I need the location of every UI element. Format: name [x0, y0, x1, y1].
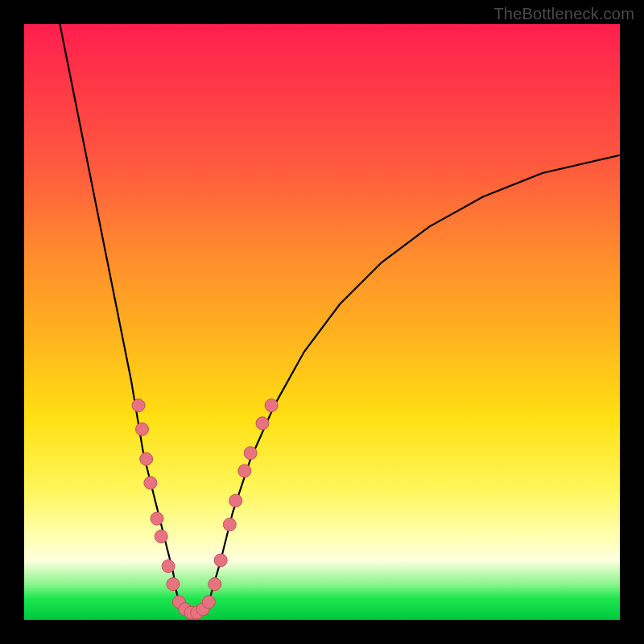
data-marker	[136, 423, 149, 436]
data-marker	[144, 477, 157, 489]
data-marker	[208, 578, 221, 591]
plot-area	[24, 24, 620, 620]
data-marker	[229, 494, 242, 507]
data-marker	[140, 452, 153, 465]
data-marker	[244, 447, 257, 460]
data-marker	[132, 399, 145, 412]
data-marker	[256, 417, 269, 430]
data-marker	[162, 559, 175, 572]
data-marker	[202, 596, 215, 609]
bottleneck-curve-right	[208, 155, 620, 602]
data-marker	[265, 399, 278, 412]
data-marker	[238, 464, 251, 477]
data-marker	[151, 512, 163, 525]
watermark-text: TheBottleneck.com	[493, 5, 634, 23]
data-marker	[167, 578, 180, 591]
marker-group	[132, 399, 278, 620]
curve-svg	[24, 24, 620, 620]
data-marker	[223, 518, 236, 531]
chart-frame: TheBottleneck.com	[0, 0, 644, 644]
data-marker	[155, 530, 167, 543]
data-marker	[214, 554, 227, 567]
